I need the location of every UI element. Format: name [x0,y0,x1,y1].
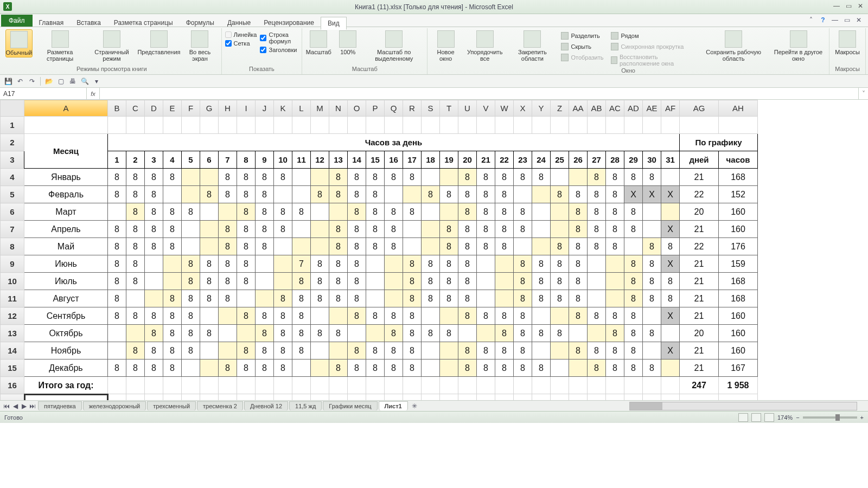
cell[interactable]: 8 [606,221,624,238]
cell[interactable]: X [661,186,680,203]
cell[interactable]: 8 [126,221,145,238]
cell[interactable]: 8 [422,273,440,290]
cell[interactable]: 8 [108,359,126,377]
column-header[interactable]: U [458,100,477,117]
cell[interactable] [458,117,477,134]
column-header[interactable]: AA [569,100,588,117]
cell[interactable]: Итого за год: [24,377,108,394]
cell[interactable] [477,325,495,342]
cell[interactable]: 8 [458,255,477,273]
cell[interactable] [385,377,403,394]
view-normal-button[interactable]: Обычный [5,29,33,57]
cell[interactable] [329,394,348,401]
cell[interactable] [588,377,606,394]
cell[interactable]: 21 [680,221,719,238]
cell[interactable]: 8 [440,255,458,273]
cell[interactable]: 8 [514,273,532,290]
cell[interactable] [145,377,163,394]
cell[interactable]: 8 [606,238,624,255]
worksheet-grid[interactable]: ABCDEFGHIJKLMNOPQRSTUVWXYZAAABACADAEAFAG… [0,100,868,400]
cell[interactable]: 8 [108,221,126,238]
cell[interactable]: 8 [108,273,126,290]
cell[interactable] [532,186,551,203]
cell[interactable] [624,238,643,255]
cell[interactable] [495,255,514,273]
unhide-button[interactable]: Отобразить [559,53,605,62]
cell[interactable]: 8 [182,273,200,290]
cell[interactable] [237,290,256,307]
cell[interactable]: 5 [182,151,200,169]
zoom-100-button[interactable]: 100% [335,29,361,56]
cell[interactable] [274,273,292,290]
cell[interactable] [477,377,495,394]
cell[interactable]: 8 [643,169,661,186]
cell[interactable]: 8 [126,342,145,359]
cell[interactable]: 160 [719,221,758,238]
cell[interactable]: 8 [440,238,458,255]
cell[interactable] [182,221,200,238]
cell[interactable] [385,255,403,273]
cell[interactable]: 8 [237,169,256,186]
ribbon-tab[interactable]: Вид [321,17,347,30]
cell[interactable]: 15 [366,151,385,169]
cell[interactable] [108,342,126,359]
cell[interactable]: 8 [274,325,292,342]
column-header[interactable]: G [200,100,219,117]
row-header[interactable]: 6 [1,203,24,221]
cell[interactable]: 9 [256,151,274,169]
column-header[interactable]: Y [532,100,551,117]
cell[interactable] [532,342,551,359]
cell[interactable] [126,394,145,401]
cell[interactable]: 8 [661,290,680,307]
column-header[interactable]: AF [661,100,680,117]
cell[interactable]: 7 [292,255,311,273]
cell[interactable] [661,203,680,221]
cell[interactable] [588,325,606,342]
row-header[interactable]: 8 [1,238,24,255]
cell[interactable]: 11 [292,151,311,169]
cell[interactable] [256,394,274,401]
cell[interactable] [366,325,385,342]
cell[interactable]: 8 [569,203,588,221]
cell[interactable] [477,255,495,273]
cell[interactable]: 8 [348,359,366,377]
cell[interactable] [661,377,680,394]
cell[interactable]: Август [24,290,108,307]
cell[interactable] [643,377,661,394]
row-header[interactable]: 16 [1,377,24,394]
cell[interactable] [274,238,292,255]
cell[interactable] [477,394,495,401]
cell[interactable]: 8 [514,325,532,342]
tab-nav-first-icon[interactable]: ⏮ [2,402,11,410]
cell[interactable]: 8 [569,307,588,325]
cell[interactable] [292,169,311,186]
cell[interactable]: 21 [680,359,719,377]
cell[interactable]: По графику [680,134,758,151]
cell[interactable]: 8 [495,203,514,221]
cell[interactable]: 8 [145,342,163,359]
cell[interactable]: 8 [606,186,624,203]
cell[interactable] [403,377,422,394]
cell[interactable] [532,377,551,394]
cell[interactable] [366,290,385,307]
cell[interactable]: 8 [237,359,256,377]
cell[interactable]: 21 [477,151,495,169]
cell[interactable]: 21 [680,342,719,359]
cell[interactable]: 8 [569,342,588,359]
cell[interactable]: 21 [680,255,719,273]
cell[interactable]: 8 [256,238,274,255]
cell[interactable]: 22 [495,151,514,169]
cell[interactable]: 8 [422,290,440,307]
cell[interactable] [588,117,606,134]
cell[interactable] [237,377,256,394]
cell[interactable]: 8 [292,273,311,290]
cell[interactable] [182,377,200,394]
cell[interactable]: 8 [274,307,292,325]
cell[interactable]: 8 [643,273,661,290]
cell[interactable] [643,394,661,401]
file-tab[interactable]: Файл [1,15,33,27]
cell[interactable]: 8 [237,238,256,255]
cell[interactable] [385,394,403,401]
cell[interactable] [477,273,495,290]
cell[interactable]: 8 [311,290,329,307]
